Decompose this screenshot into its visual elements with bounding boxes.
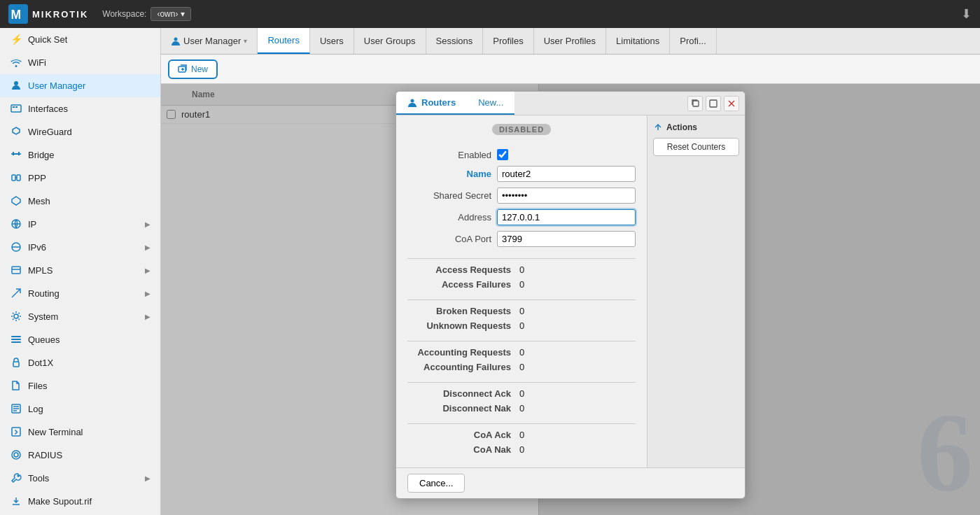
tab-label-usermanager: User Manager bbox=[183, 36, 241, 46]
svg-rect-5 bbox=[15, 106, 18, 108]
new-button[interactable]: New bbox=[168, 59, 218, 79]
name-input[interactable] bbox=[497, 166, 636, 182]
workspace-label: Workspace: bbox=[102, 9, 146, 19]
router-modal: Routers New... bbox=[396, 91, 746, 499]
form-row-address: Address bbox=[407, 209, 636, 225]
sidebar-item-supout[interactable]: Make Supout.rif bbox=[0, 490, 160, 513]
sidebar-item-ip[interactable]: IP ▶ bbox=[0, 213, 160, 236]
sidebar-item-label: WireGuard bbox=[28, 127, 72, 137]
sidebar-item-label: Dot1X bbox=[28, 358, 53, 368]
stat-row-access-failures: Access Failures 0 bbox=[407, 279, 636, 290]
copy-button[interactable] bbox=[687, 96, 703, 111]
router-modal-icon bbox=[407, 98, 417, 108]
arrow-icon: ▶ bbox=[145, 474, 150, 482]
system-icon bbox=[10, 310, 22, 323]
svg-rect-3 bbox=[11, 105, 21, 112]
tab-limitations[interactable]: Limitations bbox=[606, 28, 670, 54]
address-input[interactable] bbox=[497, 209, 636, 225]
sidebar-item-mpls[interactable]: MPLS ▶ bbox=[0, 259, 160, 282]
access-failures-value: 0 bbox=[519, 279, 524, 290]
tab-userprofiles[interactable]: User Profiles bbox=[534, 28, 606, 54]
maximize-button[interactable] bbox=[706, 96, 721, 111]
sidebar-item-system[interactable]: System ▶ bbox=[0, 305, 160, 328]
sidebar-item-quickset[interactable]: ⚡ Quick Set bbox=[0, 28, 160, 51]
tab-sessions[interactable]: Sessions bbox=[426, 28, 484, 54]
stat-row-disconnect-ack: Disconnect Ack 0 bbox=[407, 388, 636, 399]
sidebar-item-routing[interactable]: Routing ▶ bbox=[0, 282, 160, 305]
download-icon[interactable]: ⬇ bbox=[961, 6, 972, 22]
coa-nak-value: 0 bbox=[519, 444, 524, 455]
add-icon bbox=[178, 64, 188, 74]
enabled-label: Enabled bbox=[407, 150, 491, 160]
modal-tab-new[interactable]: New... bbox=[467, 92, 514, 115]
close-button[interactable] bbox=[724, 96, 739, 111]
svg-rect-8 bbox=[18, 152, 20, 155]
sidebar-item-tools[interactable]: Tools ▶ bbox=[0, 467, 160, 490]
svg-rect-20 bbox=[11, 339, 21, 340]
main-layout: ⚡ Quick Set WiFi User Manager bbox=[0, 28, 980, 515]
tab-label-profi-more: Profi... bbox=[680, 36, 706, 46]
stat-row-access-requests: Access Requests 0 bbox=[407, 264, 636, 275]
sidebar-item-log[interactable]: Log bbox=[0, 397, 160, 421]
svg-rect-9 bbox=[12, 175, 15, 181]
modal-tab-routers[interactable]: Routers bbox=[396, 92, 467, 115]
tab-label-routers: Routers bbox=[267, 35, 300, 45]
sharedsecret-input[interactable] bbox=[497, 188, 636, 204]
sidebar-item-usermanager[interactable]: User Manager bbox=[0, 74, 160, 97]
svg-point-28 bbox=[14, 453, 18, 457]
coa-nak-label: CoA Nak bbox=[407, 444, 519, 455]
coaport-input[interactable] bbox=[497, 231, 636, 247]
sidebar-item-bridge[interactable]: Bridge bbox=[0, 143, 160, 167]
tab-routers[interactable]: Routers bbox=[258, 28, 310, 54]
tab-profiles[interactable]: Profiles bbox=[483, 28, 533, 54]
actions-label: Actions bbox=[666, 122, 697, 132]
unknown-requests-label: Unknown Requests bbox=[407, 320, 519, 331]
tab-profi-more[interactable]: Profi... bbox=[670, 28, 717, 54]
top-bar: M MikroTik Workspace: ‹own› ▾ ⬇ bbox=[0, 0, 980, 28]
cancel-button[interactable]: Cance... bbox=[407, 474, 465, 493]
sidebar-item-radius[interactable]: RADIUS bbox=[0, 444, 160, 467]
sidebar-item-queues[interactable]: Queues bbox=[0, 328, 160, 351]
sidebar-item-wifi[interactable]: WiFi bbox=[0, 51, 160, 74]
ipv6-icon bbox=[10, 241, 22, 253]
svg-rect-36 bbox=[710, 100, 717, 107]
routers-table-area: Name router1 bbox=[161, 84, 980, 515]
coa-ack-value: 0 bbox=[519, 430, 524, 440]
access-requests-label: Access Requests bbox=[407, 264, 519, 275]
disconnect-ack-value: 0 bbox=[519, 388, 524, 399]
reset-counters-button[interactable]: Reset Counters bbox=[653, 138, 739, 156]
queues-icon bbox=[10, 333, 22, 346]
sidebar-item-interfaces[interactable]: Interfaces bbox=[0, 97, 160, 120]
sidebar-item-mesh[interactable]: Mesh bbox=[0, 190, 160, 213]
sidebar-item-ppp[interactable]: PPP bbox=[0, 167, 160, 190]
workspace-area: Workspace: ‹own› ▾ bbox=[102, 7, 191, 21]
stat-row-accounting-requests: Accounting Requests 0 bbox=[407, 347, 636, 358]
stat-row-coa-nak: CoA Nak 0 bbox=[407, 444, 636, 455]
sidebar-item-ipv6[interactable]: IPv6 ▶ bbox=[0, 236, 160, 259]
sidebar-item-dot1x[interactable]: Dot1X bbox=[0, 351, 160, 374]
tab-usermanager[interactable]: User Manager ▾ bbox=[161, 28, 258, 54]
files-icon bbox=[10, 379, 22, 392]
modal-overlay: Routers New... bbox=[161, 84, 980, 515]
accounting-failures-label: Accounting Failures bbox=[407, 362, 519, 372]
accounting-requests-value: 0 bbox=[519, 347, 524, 358]
sidebar-item-label: PPP bbox=[28, 173, 46, 183]
tab-label-sessions: Sessions bbox=[436, 36, 473, 46]
sidebar-item-label: MPLS bbox=[28, 265, 52, 276]
sidebar-item-files[interactable]: Files bbox=[0, 374, 160, 397]
modal-sidebar: Actions Reset Counters bbox=[647, 115, 745, 467]
tab-users[interactable]: Users bbox=[310, 28, 354, 54]
log-icon bbox=[10, 402, 22, 415]
broken-requests-value: 0 bbox=[519, 306, 524, 316]
disconnect-ack-label: Disconnect Ack bbox=[407, 388, 519, 399]
sidebar-item-label: Bridge bbox=[28, 150, 55, 160]
sidebar-item-newterminal[interactable]: New Terminal bbox=[0, 421, 160, 444]
workspace-dropdown[interactable]: ‹own› ▾ bbox=[150, 7, 191, 21]
tab-label-profiles: Profiles bbox=[493, 36, 523, 46]
tab-usergroups[interactable]: User Groups bbox=[354, 28, 426, 54]
sidebar-item-wireguard[interactable]: WireGuard bbox=[0, 120, 160, 143]
enabled-checkbox[interactable] bbox=[497, 149, 508, 160]
modal-titlebar: Routers New... bbox=[396, 92, 745, 115]
maximize-icon bbox=[709, 99, 718, 108]
svg-point-34 bbox=[411, 99, 414, 102]
